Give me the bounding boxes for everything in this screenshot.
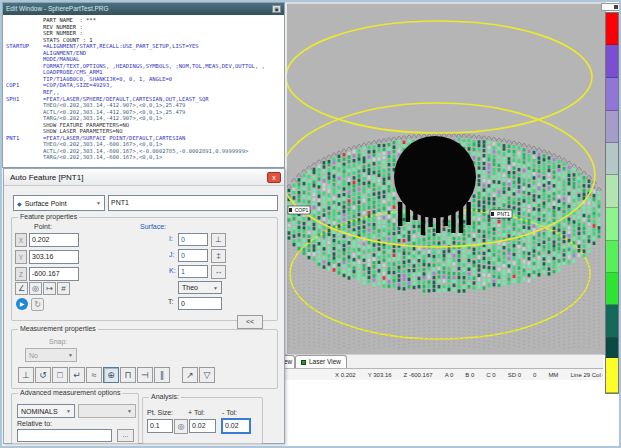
status-segment: SD 0: [508, 372, 521, 378]
relative-to-input[interactable]: [17, 429, 112, 442]
level-icon[interactable]: ⊓: [120, 367, 136, 383]
chevron-down-icon: ▼: [96, 200, 101, 206]
application-window: Edit Window - SpherePartTest.PRG ▣ PART …: [0, 0, 621, 448]
chevron-down-icon: ▼: [66, 408, 71, 414]
feature-properties-group: Feature properties Point: Surface: X0.20…: [11, 217, 278, 321]
nominals-dropdown-value: NOMINALS: [21, 408, 58, 415]
tab-laser-view[interactable]: Laser View: [295, 355, 347, 368]
filter-icon[interactable]: ▽: [199, 367, 215, 383]
point-label: Point:: [34, 223, 52, 230]
minus-tol-input[interactable]: 0.02: [221, 418, 251, 434]
tab-label: Laser View: [309, 356, 341, 368]
rotate-icon[interactable]: ↺: [35, 367, 51, 383]
program-code-area[interactable]: PART NAME : ***REV NUMBER :SER NUMBER :S…: [3, 15, 284, 167]
close-icon[interactable]: x: [267, 172, 281, 183]
laser-view-icon: [301, 360, 306, 365]
tab-label: ew: [285, 356, 292, 368]
vector-path-icon[interactable]: ↗: [182, 367, 198, 383]
status-segment: Z -600.167: [404, 372, 433, 378]
status-segment: MM: [548, 372, 558, 378]
auto-feature-dialog: Auto Feature [PNT1] x ◆ Surface Point ▼ …: [3, 168, 285, 444]
theo-dropdown[interactable]: Theo ▼: [178, 281, 222, 294]
code-line: TARG/<0.202,303.14,-600.167>,<0,0,1>: [6, 154, 284, 161]
svg-text:PNT1: PNT1: [497, 211, 510, 217]
box-icon[interactable]: □: [52, 367, 68, 383]
scale-segment: [606, 358, 618, 393]
chevron-down-icon: ▼: [68, 352, 73, 358]
flip-horizontal-icon[interactable]: ↔: [211, 265, 226, 279]
code-feature-label: [6, 154, 43, 161]
status-segment: X 0.202: [335, 372, 356, 378]
flip-vertical-icon[interactable]: ‡: [211, 249, 226, 263]
pt-size-label: Pt. Size:: [147, 409, 173, 416]
collapse-button[interactable]: <<: [237, 315, 263, 329]
status-segment: 0: [533, 372, 536, 378]
x-coordinate-input[interactable]: 0.202: [29, 233, 79, 247]
cop1-feature-label: COP1: [288, 206, 310, 214]
relative-to-label: Relative to:: [17, 420, 52, 427]
edit-window-control-icon[interactable]: ▣: [272, 5, 281, 13]
t-input[interactable]: 0: [178, 297, 222, 310]
minus-tol-label: - Tol:: [222, 409, 237, 416]
feature-type-dropdown[interactable]: ◆ Surface Point ▼: [13, 195, 105, 211]
y-axis-button[interactable]: Y: [15, 250, 27, 264]
drop-point-icon[interactable]: ⊥: [18, 367, 34, 383]
snap-dropdown-value: No: [29, 352, 38, 359]
pnt1-feature-label: PNT1: [490, 210, 512, 218]
color-scale-header: [601, 3, 620, 11]
y-coordinate-input[interactable]: 303.16: [29, 250, 79, 264]
status-segment: C 0: [486, 372, 495, 378]
plus-tol-input[interactable]: 0.02: [189, 419, 216, 433]
offset-icon[interactable]: ↦: [43, 282, 56, 295]
j-vector-input[interactable]: 0: [178, 249, 208, 262]
bars-icon[interactable]: ∥: [154, 367, 170, 383]
feature-name-input[interactable]: PNT1: [108, 195, 278, 211]
laser-scan-viewport[interactable]: COP1PNT1: [285, 2, 606, 355]
surface-label: Surface:: [140, 223, 166, 230]
scale-segment: [606, 338, 618, 358]
snap-dropdown[interactable]: No ▼: [25, 348, 77, 362]
k-vector-input[interactable]: 1: [178, 265, 208, 278]
scale-segment: [606, 241, 618, 273]
chevron-down-icon: ▼: [213, 285, 218, 291]
pointcloud-analysis-icon[interactable]: ◎: [174, 419, 188, 434]
measurement-properties-group: Measurement properties Snap: No ▼ ⊥↺□↵≈⊕…: [11, 329, 278, 389]
edit-window-title: Edit Window - SpherePartTest.PRG: [6, 3, 109, 15]
edit-window-titlebar[interactable]: Edit Window - SpherePartTest.PRG ▣: [3, 3, 284, 15]
pt-size-input[interactable]: 0.1: [147, 419, 173, 433]
x-axis-button[interactable]: X: [15, 233, 27, 247]
i-vector-input[interactable]: 0: [178, 233, 208, 246]
scale-segment: [606, 208, 618, 241]
find-icon[interactable]: ◎: [29, 282, 42, 295]
execute-button[interactable]: ▶: [16, 298, 28, 310]
theo-dropdown-value: Theo: [182, 284, 198, 291]
feature-properties-title: Feature properties: [18, 213, 79, 221]
probe-tip-icon[interactable]: ⊥: [211, 233, 226, 247]
secondary-dropdown[interactable]: ▼: [78, 404, 136, 418]
scale-segment: [606, 78, 618, 111]
feature-type-value: Surface Point: [25, 200, 67, 207]
dialog-titlebar[interactable]: Auto Feature [PNT1] x: [4, 169, 284, 186]
z-axis-button[interactable]: Z: [15, 267, 27, 281]
t-label: T:: [168, 298, 173, 305]
analysis-group: Analysis: Pt. Size: + Tol: - Tol: 0.1 ◎ …: [142, 397, 263, 444]
regenerate-button[interactable]: ↻: [31, 298, 44, 311]
deviation-color-scale: [605, 12, 619, 394]
k-label: K:: [169, 267, 176, 274]
profile-icon[interactable]: ≈: [86, 367, 102, 383]
status-segment: B 0: [465, 372, 474, 378]
nominals-dropdown[interactable]: NOMINALS ▼: [17, 404, 75, 418]
crosshair-circle-icon[interactable]: ⊕: [103, 367, 119, 383]
block-arrow-icon[interactable]: ⊣: [137, 367, 153, 383]
grid-icon[interactable]: #: [57, 282, 70, 295]
snap-label: Snap:: [49, 338, 67, 345]
status-segment: Line 29 Col 034: [570, 372, 603, 378]
browse-button[interactable]: ...: [117, 429, 134, 442]
axes-icon[interactable]: ∠: [15, 282, 28, 295]
scale-segment: [606, 45, 618, 78]
scale-segment: [606, 305, 618, 338]
tab-ew[interactable]: ew: [285, 355, 295, 368]
corner-arrow-icon[interactable]: ↵: [69, 367, 85, 383]
z-coordinate-input[interactable]: -600.167: [29, 267, 79, 281]
surface-point-icon: ◆: [17, 200, 22, 207]
